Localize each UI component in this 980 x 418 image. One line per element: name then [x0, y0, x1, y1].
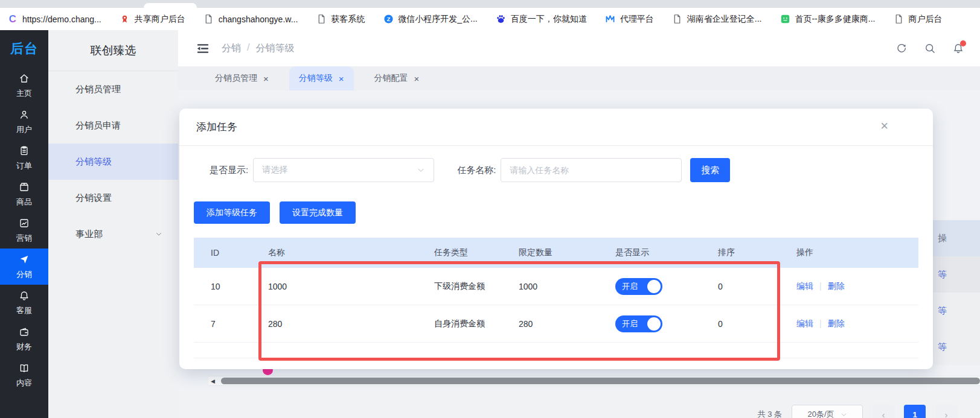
- tab-distribution-config[interactable]: 分销配置 ×: [365, 66, 429, 90]
- bookmark-label: 获客系统: [331, 14, 365, 25]
- tab-distributor-management[interactable]: 分销员管理 ×: [205, 66, 278, 90]
- distribution-icon: [19, 254, 30, 267]
- chrome-site-icon: C: [7, 14, 18, 25]
- toggle-knob: [647, 317, 661, 331]
- level-link-fragment[interactable]: 等: [938, 269, 947, 280]
- browser-tab[interactable]: [144, 3, 197, 8]
- task-table: ID 名称 任务类型 限定数量 是否显示 排序 操作 10 1000 下级消费金…: [194, 238, 918, 358]
- baidu-icon: [496, 14, 507, 25]
- bookmark-item[interactable]: 百度一下，你就知道: [496, 14, 587, 25]
- table-row: 10 1000 下级消费金额 1000 开启 0 编辑|删除: [194, 268, 918, 305]
- sidebar-item-content[interactable]: 内容: [0, 357, 48, 393]
- scrollbar-thumb[interactable]: [221, 378, 980, 384]
- bookmark-item[interactable]: 获客系统: [316, 14, 365, 25]
- bookmark-item[interactable]: changshahongye.w...: [203, 14, 298, 25]
- show-filter-select[interactable]: 请选择: [253, 158, 434, 182]
- search-button[interactable]: 搜索: [690, 158, 730, 182]
- refresh-icon[interactable]: [895, 42, 908, 54]
- pagination-bar: 共 3 条 20条/页 ‹ 1 ›: [178, 389, 980, 418]
- page-1-button[interactable]: 1: [904, 405, 926, 418]
- cell-id: 10: [194, 282, 251, 291]
- close-icon[interactable]: ×: [263, 74, 269, 83]
- cell-sort: 0: [701, 319, 780, 329]
- add-level-task-button[interactable]: 添加等级任务: [194, 201, 270, 224]
- submenu-item-distribution-settings[interactable]: 分销设置: [48, 180, 178, 216]
- breadcrumb-separator: /: [247, 42, 249, 55]
- delete-link[interactable]: 删除: [828, 318, 845, 328]
- bookmark-label: changshahongye.w...: [219, 14, 298, 24]
- level-link-fragment[interactable]: 等: [938, 341, 947, 353]
- tab-distribution-level[interactable]: 分销等级 ×: [289, 66, 354, 90]
- edit-link[interactable]: 编辑: [796, 318, 813, 328]
- close-icon[interactable]: ×: [339, 74, 344, 83]
- cell-type: 自身消费金额: [417, 318, 502, 329]
- submenu-item-business-unit[interactable]: 事业部: [48, 216, 178, 252]
- bookmark-item[interactable]: C https://demo.chang...: [7, 14, 101, 25]
- close-icon[interactable]: ×: [880, 119, 888, 133]
- bell-icon[interactable]: [952, 42, 964, 54]
- brand-title: 后台: [0, 30, 48, 68]
- add-task-modal: 添加任务 × 是否显示: 请选择 任务名称: 搜索 添加等级任务 设置完成数量: [179, 109, 933, 369]
- modal-title: 添加任务: [196, 120, 237, 134]
- display-toggle[interactable]: 开启: [615, 315, 662, 332]
- bookmarks-bar: C https://demo.chang... 共享商户后台 changshah…: [0, 8, 980, 30]
- sidebar-item-distribution[interactable]: 分销: [0, 249, 48, 285]
- bookmark-item[interactable]: 共享商户后台: [120, 14, 185, 25]
- bookmark-item[interactable]: 代理平台: [605, 14, 654, 25]
- browser-tab-strip: [0, 0, 980, 8]
- screen: C https://demo.chang... 共享商户后台 changshah…: [0, 0, 980, 418]
- notification-dot: [960, 40, 966, 46]
- background-table-row-fragment: 等: [933, 256, 980, 293]
- submenu-item-distribution-level[interactable]: 分销等级: [48, 144, 178, 180]
- close-icon[interactable]: ×: [414, 74, 420, 83]
- page-icon: [672, 14, 683, 25]
- background-table-header-fragment: 操: [933, 220, 980, 256]
- finance-icon: [19, 326, 30, 339]
- sidebar-item-marketing[interactable]: 营销: [0, 212, 48, 249]
- sidebar-item-orders[interactable]: 订单: [0, 140, 48, 176]
- scrollbar-left-arrow[interactable]: ◀: [211, 378, 215, 384]
- sidebar-item-service[interactable]: 客服: [0, 285, 48, 321]
- tabbar: 分销员管理 × 分销等级 × 分销配置 ×: [178, 66, 980, 90]
- bookmark-label: 湖南省企业登记全...: [687, 14, 762, 25]
- table-row: 7 280 自身消费金额 280 开启 0 编辑|删除: [194, 305, 918, 343]
- page-icon: [893, 14, 904, 25]
- page-icon: [203, 14, 214, 25]
- sidebar-item-home[interactable]: 主页: [0, 68, 48, 104]
- bookmark-item[interactable]: 首页--康多多健康商...: [780, 14, 875, 25]
- horizontal-scrollbar: ◀: [208, 376, 980, 386]
- user-icon: [19, 109, 30, 122]
- bookmark-item[interactable]: 商户后台: [893, 14, 942, 25]
- store-title: 联创臻选: [48, 30, 178, 71]
- set-complete-count-button[interactable]: 设置完成数量: [280, 201, 356, 224]
- display-toggle[interactable]: 开启: [615, 278, 662, 295]
- bookmark-item[interactable]: Z 微信小程序开发_公...: [383, 14, 477, 25]
- agent-m-icon: [605, 14, 616, 25]
- breadcrumb-root[interactable]: 分销: [222, 42, 241, 55]
- sidebar-item-users[interactable]: 用户: [0, 104, 48, 140]
- submenu-item-distributor-management[interactable]: 分销员管理: [48, 71, 178, 107]
- kangduoduo-icon: [780, 14, 790, 25]
- level-link-fragment[interactable]: 等: [938, 305, 947, 317]
- page-size-select[interactable]: 20条/页: [792, 405, 863, 418]
- bookmark-item[interactable]: 湖南省企业登记全...: [672, 14, 762, 25]
- primary-sidebar: 后台 主页 用户 订单 商品 营销: [0, 30, 48, 418]
- search-icon[interactable]: [924, 42, 936, 54]
- browser-chrome: C https://demo.chang... 共享商户后台 changshah…: [0, 0, 980, 30]
- sidebar-item-goods[interactable]: 商品: [0, 176, 48, 212]
- prev-page-button[interactable]: ‹: [873, 405, 894, 418]
- edit-link[interactable]: 编辑: [796, 281, 813, 291]
- sidebar-item-finance[interactable]: 财务: [0, 321, 48, 357]
- bookmark-label: 微信小程序开发_公...: [398, 14, 477, 25]
- topbar-actions: [895, 42, 964, 54]
- collapse-menu-icon[interactable]: [196, 43, 210, 54]
- task-name-input[interactable]: [501, 158, 682, 182]
- submenu-item-distributor-application[interactable]: 分销员申请: [48, 107, 178, 144]
- table-empty-row: [194, 343, 918, 358]
- toggle-knob: [647, 280, 661, 293]
- marketing-icon: [19, 218, 30, 230]
- cell-id: 7: [194, 319, 251, 329]
- background-table-row-fragment: 等: [933, 329, 980, 365]
- delete-link[interactable]: 删除: [828, 281, 845, 291]
- next-page-button[interactable]: ›: [935, 405, 957, 418]
